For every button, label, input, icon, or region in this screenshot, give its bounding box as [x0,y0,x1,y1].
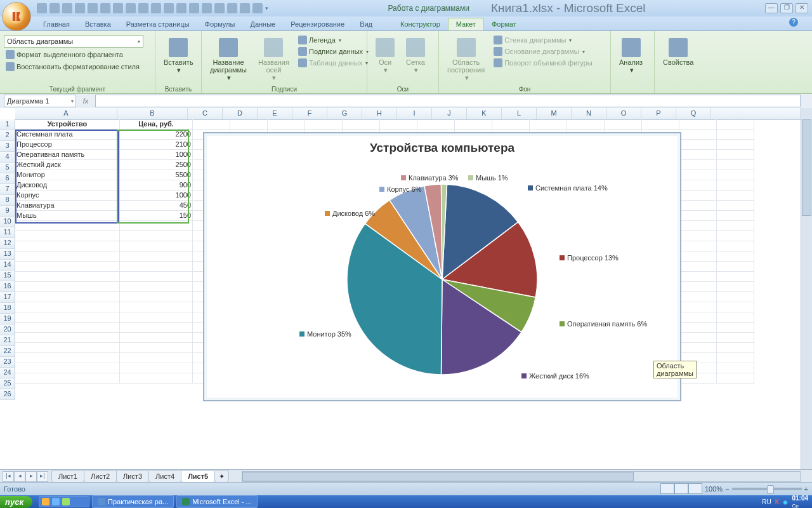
tab-Вставка[interactable]: Вставка [77,18,119,30]
sheet-nav-next[interactable]: ▸ [25,471,37,482]
cell[interactable] [343,119,380,130]
row-header[interactable]: 12 [0,238,15,249]
cell[interactable] [679,119,717,130]
lang-indicator[interactable]: RU [762,498,771,505]
cell[interactable] [15,292,120,302]
cell[interactable] [679,221,717,231]
cell[interactable] [717,241,754,251]
cell[interactable] [679,241,717,251]
cell[interactable] [120,333,193,343]
cell[interactable] [15,363,120,373]
cell[interactable] [455,119,492,130]
maximize-button[interactable]: ❐ [780,3,793,13]
cell[interactable] [679,201,717,211]
save-icon[interactable] [37,3,47,13]
cell[interactable] [717,150,754,160]
cell[interactable] [15,353,120,363]
cell[interactable]: 2500 [120,160,193,170]
row-header[interactable]: 22 [0,346,15,357]
legend-button[interactable]: Легенда▾ [296,35,370,45]
cell[interactable] [120,373,193,384]
cell[interactable] [679,251,717,262]
cell[interactable] [717,251,754,262]
camera-icon[interactable] [252,3,263,13]
cell[interactable] [717,323,754,333]
sheet-tab[interactable]: Лист1 [51,471,84,482]
properties-button[interactable]: Свойства [658,35,698,69]
cell[interactable] [717,170,754,180]
col-header[interactable]: I [397,108,432,119]
cell[interactable] [417,119,455,130]
cell[interactable] [530,119,567,130]
cell[interactable] [193,119,230,130]
indent-icon[interactable] [189,3,199,13]
col-header[interactable]: J [432,108,467,119]
tray-icon-2[interactable]: ◆ [783,498,788,505]
minimize-button[interactable]: — [765,3,778,13]
cell[interactable] [679,180,717,190]
cell[interactable] [15,333,120,343]
cell[interactable] [642,119,679,130]
cell[interactable] [15,241,120,251]
column-headers[interactable]: ABCDEFGHIJKLMNOPQ [15,108,812,120]
cell[interactable] [679,140,717,150]
cell[interactable] [380,119,417,130]
cell[interactable]: Жесткий диск [15,160,120,170]
cell[interactable] [679,150,717,160]
row-header[interactable]: 13 [0,249,15,260]
cell[interactable] [120,231,193,241]
cell[interactable]: Мышь [15,211,120,221]
cell[interactable] [679,333,717,343]
insert-button[interactable]: Вставить▾ [159,35,198,77]
cell[interactable]: 150 [120,211,193,221]
cell[interactable]: Цена, руб. [120,119,193,130]
cell[interactable]: 5500 [120,170,193,180]
new-sheet-button[interactable]: ✦ [214,471,229,482]
cell[interactable] [717,333,754,343]
print-icon[interactable] [100,3,110,13]
row-header[interactable]: 25 [0,378,15,389]
cell[interactable] [679,190,717,201]
col-header[interactable]: K [467,108,502,119]
zoom-out[interactable]: − [725,485,729,493]
cell[interactable] [268,119,305,130]
cell[interactable] [717,282,754,292]
outdent-icon[interactable] [202,3,212,13]
cell[interactable] [120,363,193,373]
cell[interactable] [15,302,120,312]
help-icon[interactable]: ? [789,18,798,27]
col-header[interactable]: G [327,108,362,119]
data-labels-button[interactable]: Подписи данных▾ [296,46,370,57]
col-header[interactable]: H [362,108,397,119]
col-header[interactable]: Q [676,108,711,119]
tab-Макет[interactable]: Макет [448,18,484,30]
row-header[interactable]: 19 [0,314,15,324]
analysis-button[interactable]: Анализ▾ [615,35,647,77]
cell[interactable]: Процессор [15,140,120,150]
cell[interactable] [717,272,754,282]
cell[interactable] [679,211,717,221]
cell[interactable] [717,201,754,211]
reset-style-button[interactable]: Восстановить форматирование стиля [4,62,141,72]
fx-button[interactable]: fx [76,97,95,105]
name-box[interactable]: Диаграмма 1 [4,95,76,107]
axes-button[interactable]: Оси▾ [371,35,399,77]
zoom-in[interactable]: + [804,485,808,493]
tab-Данные[interactable]: Данные [242,18,283,30]
symbol-icon[interactable] [227,3,237,13]
sheet-nav-first[interactable]: |◂ [3,471,14,482]
chart-title-button[interactable]: Названиедиаграммы▾ [206,35,251,84]
cell[interactable] [120,292,193,302]
cell[interactable]: Устройство [15,119,120,130]
cell[interactable]: Корпус [15,190,120,201]
sort-asc-icon[interactable] [138,3,148,13]
col-header[interactable]: D [223,108,258,119]
new-icon[interactable] [75,3,85,13]
cell[interactable] [15,373,120,384]
row-header[interactable]: 14 [0,260,15,271]
cell[interactable]: Оперативная память [15,150,120,160]
spreadsheet-grid[interactable]: ABCDEFGHIJKLMNOPQ 1234567891011121314151… [0,108,812,470]
cell[interactable] [120,302,193,312]
cell[interactable] [679,292,717,302]
row-header[interactable]: 15 [0,271,15,281]
